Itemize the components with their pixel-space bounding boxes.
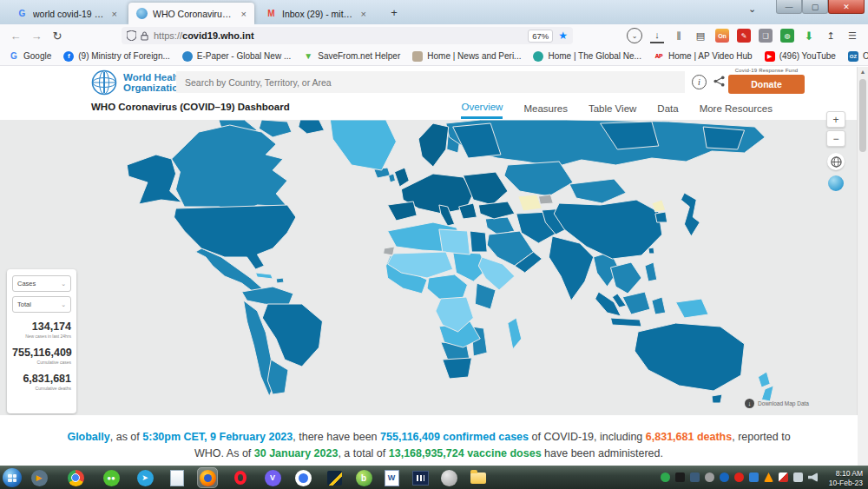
info-icon[interactable]: i xyxy=(692,75,707,89)
taskbar-firefox-icon-active[interactable] xyxy=(198,468,217,487)
back-icon[interactable]: ← xyxy=(5,30,26,43)
nav-table-view[interactable]: Table View xyxy=(589,100,636,118)
taskbar-folder-icon[interactable] xyxy=(469,468,488,487)
address-bar[interactable]: https://covid19.who.int 67% ★ xyxy=(122,27,573,44)
metric-select[interactable]: Cases ⌄ xyxy=(12,275,71,292)
taskbar-chrome-icon[interactable] xyxy=(66,468,85,487)
taskbar-viber-icon[interactable]: V xyxy=(263,468,282,487)
scrollbar-thumb[interactable] xyxy=(859,79,866,152)
taskbar-signal-icon[interactable] xyxy=(293,468,312,487)
country-search-input[interactable] xyxy=(176,71,685,93)
bookmark-ap-video[interactable]: APHome | AP Video Hub xyxy=(654,51,753,62)
taskbar-telegram-icon[interactable]: ➤ xyxy=(135,468,155,487)
menu-hamburger-icon[interactable]: ☰ xyxy=(845,29,859,43)
stat-value: 755,116,409 xyxy=(12,347,71,359)
stat-cumulative-cases: 755,116,409 Cumulative cases xyxy=(12,347,71,365)
new-tab-button[interactable]: + xyxy=(385,4,403,22)
taskbar-browser-b-icon[interactable]: b xyxy=(354,468,373,487)
pocket-icon[interactable]: ⌄ xyxy=(627,28,642,43)
taskbar-gray-app-icon[interactable] xyxy=(439,468,458,487)
taskbar-word-icon[interactable]: W xyxy=(382,468,401,487)
windows-taskbar: ▶ ●● ➤ V xyxy=(0,466,868,489)
extension-on-icon[interactable]: On xyxy=(715,29,729,43)
zoom-level-badge[interactable]: 67% xyxy=(528,30,553,43)
bookmark-star-icon[interactable]: ★ xyxy=(558,30,568,42)
start-button[interactable] xyxy=(3,468,22,487)
who-logo[interactable]: World Health Organization xyxy=(91,69,185,96)
tray-network-icon[interactable] xyxy=(793,472,803,482)
savefrom-arrow-icon[interactable]: ⬇ xyxy=(802,29,816,43)
map-zoom-in-button[interactable]: + xyxy=(826,111,845,128)
tray-utility-icon[interactable] xyxy=(675,472,685,482)
download-map-data[interactable]: ↓ Download Map Data xyxy=(745,399,809,408)
taskbar-opera-icon[interactable] xyxy=(231,468,250,487)
library-icon[interactable]: ⫼ xyxy=(672,29,686,43)
map-projection-button[interactable] xyxy=(827,153,845,170)
tray-idm-icon[interactable] xyxy=(661,472,670,482)
mode-select[interactable]: Total ⌄ xyxy=(12,296,71,313)
sidebar-icon[interactable]: ▤ xyxy=(694,29,707,43)
bookmark-youtube[interactable]: ▶(496) YouTube xyxy=(765,51,836,62)
window-close-button[interactable]: ✕ xyxy=(828,0,865,14)
lock-icon xyxy=(141,31,148,41)
tray-blue-square-icon[interactable] xyxy=(749,472,759,482)
taskbar-wechat-icon[interactable]: ●● xyxy=(102,468,121,487)
bookmark-news-periodicals[interactable]: Home | News and Peri... xyxy=(412,51,521,62)
bookmark-ministry[interactable]: f(9) Ministry of Foreign... xyxy=(63,51,170,62)
tray-volume-icon[interactable] xyxy=(808,472,818,482)
tab-close-icon[interactable]: × xyxy=(361,9,366,19)
tray-app-icon[interactable] xyxy=(690,472,700,482)
idm-globe-icon[interactable]: ◍ xyxy=(780,29,794,43)
scrollbar-up-icon[interactable]: ▲ xyxy=(858,69,868,75)
taskbar-film-app-icon[interactable] xyxy=(411,468,430,487)
world-choropleth-map[interactable] xyxy=(0,120,858,415)
bookmark-google[interactable]: GGoogle xyxy=(9,51,51,62)
extension-edit-icon[interactable]: ✎ xyxy=(737,29,751,43)
window-minimize-button[interactable]: — xyxy=(776,0,802,14)
mode-select-value: Total xyxy=(17,301,31,308)
reload-icon[interactable]: ↻ xyxy=(47,30,68,43)
bookmark-savefrom[interactable]: ▼SaveFrom.net Helper xyxy=(303,51,400,62)
downloads-icon[interactable]: ↓ xyxy=(650,28,664,43)
toolbar-extension-icons: ⌄ ↓ ⫼ ▤ On ✎ ❑ ◍ ⬇ ↥ ☰ xyxy=(627,24,859,47)
taskbar-media-player-icon[interactable]: ▶ xyxy=(30,468,49,487)
tray-flag-icon[interactable] xyxy=(779,472,788,482)
map-zoom-out-button[interactable]: − xyxy=(826,130,845,147)
tab-gmail-inbox[interactable]: M Inbox (29) - mitv.news.99@gma × xyxy=(258,3,374,24)
tab-title: world covid-19 dashboard - Go xyxy=(33,9,105,19)
taskbar-clock[interactable]: 8:10 AM 10-Feb-23 xyxy=(829,469,863,487)
nav-overview[interactable]: Overview xyxy=(461,98,503,119)
tab-google-search[interactable]: G world covid-19 dashboard - Go × xyxy=(9,3,125,24)
nav-measures[interactable]: Measures xyxy=(523,100,568,118)
chevron-down-icon: ⌄ xyxy=(61,301,66,308)
bookmark-ozdic[interactable]: OZOZDIC.COM - English ... xyxy=(848,51,868,62)
page-scrollbar[interactable]: ▲ xyxy=(857,67,868,466)
window-maximize-button[interactable]: ▢ xyxy=(802,0,828,14)
tab-close-icon[interactable]: × xyxy=(112,9,117,19)
globe-view-button[interactable] xyxy=(828,175,844,191)
forward-icon[interactable]: → xyxy=(26,30,47,43)
bookmark-epaper[interactable]: E-Paper - Global New ... xyxy=(182,51,291,62)
donate-button[interactable]: Donate xyxy=(728,75,805,94)
nav-more-resources[interactable]: More Resources xyxy=(700,100,773,118)
taskbar-notes-icon[interactable] xyxy=(168,468,187,487)
globally-link[interactable]: Globally xyxy=(67,431,109,443)
tray-blue-icon[interactable] xyxy=(720,472,729,482)
taskbar-dark-app-icon[interactable] xyxy=(325,468,344,487)
tray-warning-icon[interactable] xyxy=(764,472,773,482)
tab-close-icon[interactable]: × xyxy=(241,9,247,19)
system-tray xyxy=(661,472,818,482)
extension-box-icon[interactable]: ❑ xyxy=(759,29,773,43)
as-of-date: 5:30pm CET, 9 February 2023 xyxy=(142,431,293,443)
stat-value: 6,831,681 xyxy=(12,373,71,385)
tab-overflow-icon[interactable]: ⌄ xyxy=(748,3,756,15)
bookmark-global-new[interactable]: Home | The Global Ne... xyxy=(533,51,641,62)
tray-gray-icon[interactable] xyxy=(705,472,714,482)
tab-who-dashboard[interactable]: WHO Coronavirus (COVID-19) D × xyxy=(128,3,254,24)
send-tab-icon[interactable]: ↥ xyxy=(824,29,838,43)
shield-icon[interactable] xyxy=(127,30,136,41)
url-text[interactable]: https://covid19.who.int xyxy=(154,30,528,41)
windows-flag-icon xyxy=(8,474,16,482)
tray-opera-icon[interactable] xyxy=(734,472,744,482)
nav-data[interactable]: Data xyxy=(657,100,678,118)
